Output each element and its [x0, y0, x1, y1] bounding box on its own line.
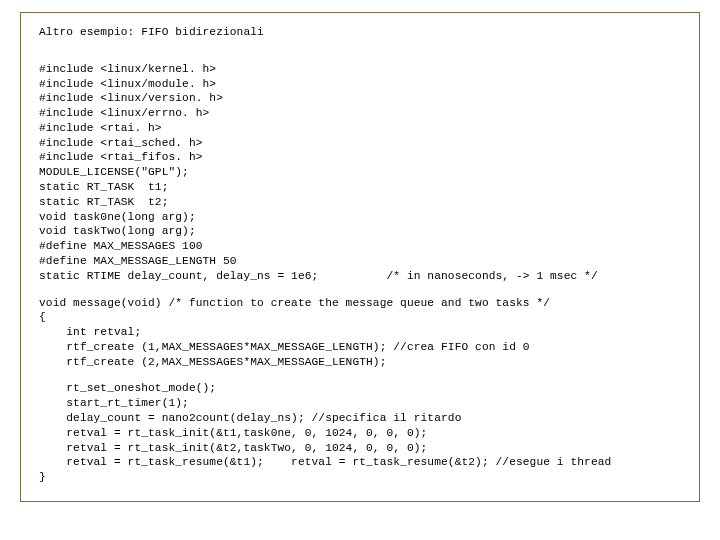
- code-block-function-start: void message(void) /* function to create…: [39, 296, 681, 370]
- spacer: [39, 369, 681, 381]
- code-block-function-body: rt_set_oneshot_mode(); start_rt_timer(1)…: [39, 381, 681, 484]
- spacer: [39, 284, 681, 296]
- example-title: Altro esempio: FIFO bidirezionali: [39, 25, 681, 40]
- spacer: [39, 50, 681, 62]
- code-block-includes: #include <linux/kernel. h> #include <lin…: [39, 62, 681, 284]
- code-document: Altro esempio: FIFO bidirezionali #inclu…: [20, 12, 700, 502]
